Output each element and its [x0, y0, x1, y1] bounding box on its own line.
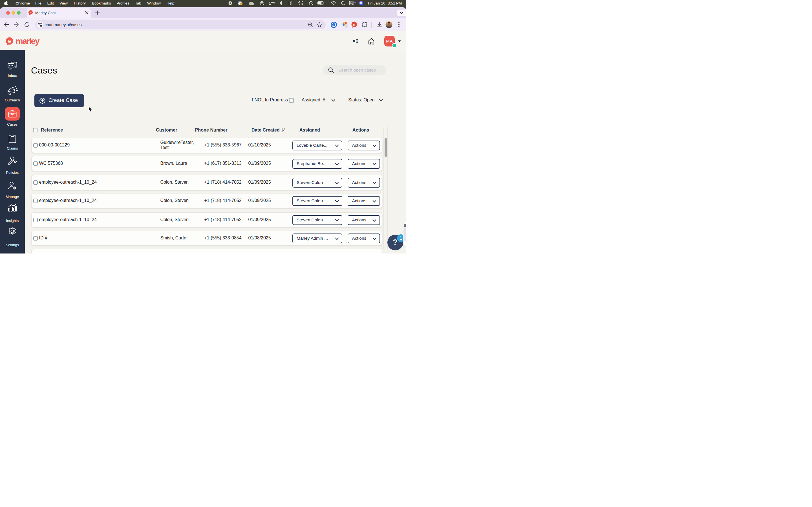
svg-text:1: 1: [285, 130, 286, 132]
svg-text:hi: hi: [8, 40, 11, 43]
svg-text:hi: hi: [353, 23, 355, 26]
svg-text:9: 9: [284, 128, 285, 130]
svg-text:hi: hi: [30, 11, 31, 13]
